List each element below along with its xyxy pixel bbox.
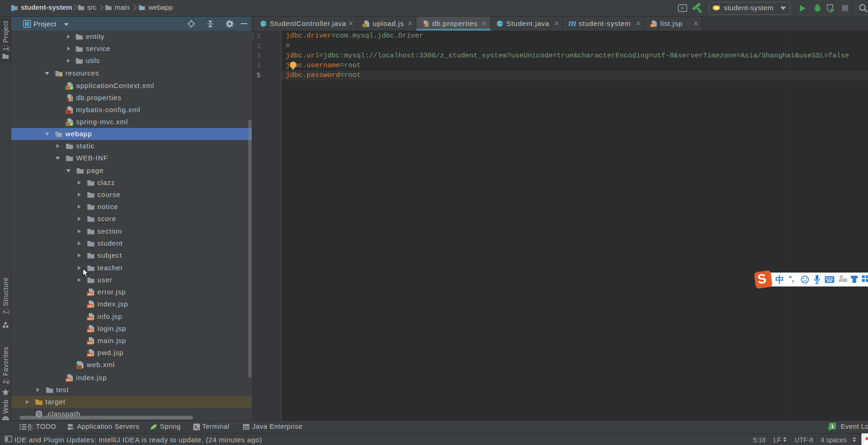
svg-text:1: 1 xyxy=(831,424,834,429)
svg-text:20: 20 xyxy=(843,279,847,282)
